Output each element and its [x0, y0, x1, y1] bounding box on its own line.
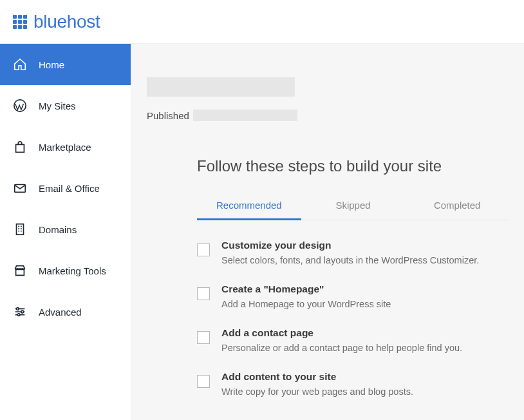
sidebar-item-email-office[interactable]: Email & Office	[0, 167, 131, 209]
task-checkbox[interactable]	[197, 287, 210, 300]
task-row: Create a "Homepage" Add a Homepage to yo…	[197, 283, 524, 309]
task-title: Add content to your site	[221, 371, 413, 383]
envelope-icon	[13, 181, 27, 195]
task-checkbox[interactable]	[197, 331, 210, 344]
tab-recommended[interactable]: Recommended	[197, 191, 301, 220]
svg-rect-2	[17, 224, 24, 235]
sidebar-item-label: Home	[39, 59, 64, 70]
task-description: Personalize or add a contact page to hel…	[221, 343, 462, 353]
sidebar-item-marketplace[interactable]: Marketplace	[0, 126, 131, 167]
header: bluehost	[0, 0, 524, 44]
sidebar-item-home[interactable]: Home	[0, 44, 131, 85]
task-title: Customize your design	[221, 240, 479, 251]
main-content: Published Follow these steps to build yo…	[131, 44, 524, 420]
bag-icon	[13, 140, 27, 154]
wordpress-icon	[13, 99, 27, 113]
logo[interactable]: bluehost	[13, 12, 100, 32]
published-label: Published	[147, 110, 189, 121]
task-checkbox[interactable]	[197, 243, 210, 256]
task-checkbox[interactable]	[197, 375, 210, 388]
task-row: Add content to your site Write copy for …	[197, 371, 524, 397]
sliders-icon	[13, 305, 27, 319]
sidebar-item-label: Marketplace	[39, 142, 91, 153]
steps-heading: Follow these steps to build your site	[197, 157, 524, 175]
sidebar: Home My Sites Marketplace Email & Office	[0, 44, 131, 420]
grid-icon	[13, 15, 27, 29]
sidebar-item-my-sites[interactable]: My Sites	[0, 85, 131, 126]
sidebar-item-domains[interactable]: Domains	[0, 209, 131, 250]
task-description: Add a Homepage to your WordPress site	[221, 299, 391, 309]
home-icon	[13, 57, 27, 72]
sidebar-item-advanced[interactable]: Advanced	[0, 291, 131, 332]
sidebar-item-label: My Sites	[39, 100, 76, 111]
task-row: Customize your design Select colors, fon…	[197, 240, 524, 265]
building-icon	[13, 222, 27, 236]
sidebar-item-label: Domains	[39, 224, 77, 235]
tab-underline	[197, 218, 301, 220]
sidebar-item-label: Email & Office	[39, 183, 100, 194]
task-row: Add a contact page Personalize or add a …	[197, 327, 524, 353]
sidebar-item-label: Advanced	[39, 307, 82, 318]
svg-point-4	[21, 310, 24, 313]
task-description: Select colors, fonts, and layouts in the…	[221, 255, 479, 265]
tabs: Recommended Skipped Completed	[197, 191, 509, 220]
brand-text: bluehost	[33, 12, 100, 32]
task-title: Add a contact page	[221, 327, 462, 339]
task-description: Write copy for your web pages and blog p…	[221, 387, 413, 397]
task-list: Customize your design Select colors, fon…	[197, 240, 524, 397]
site-url-placeholder	[193, 110, 297, 121]
sidebar-item-label: Marketing Tools	[39, 265, 106, 276]
task-title: Create a "Homepage"	[221, 283, 391, 295]
storefront-icon	[13, 263, 27, 278]
svg-point-3	[17, 308, 19, 310]
site-title-placeholder	[147, 77, 295, 97]
tab-skipped[interactable]: Skipped	[301, 191, 406, 220]
sidebar-item-marketing-tools[interactable]: Marketing Tools	[0, 250, 131, 291]
tab-completed[interactable]: Completed	[405, 191, 509, 220]
svg-point-5	[17, 314, 20, 316]
